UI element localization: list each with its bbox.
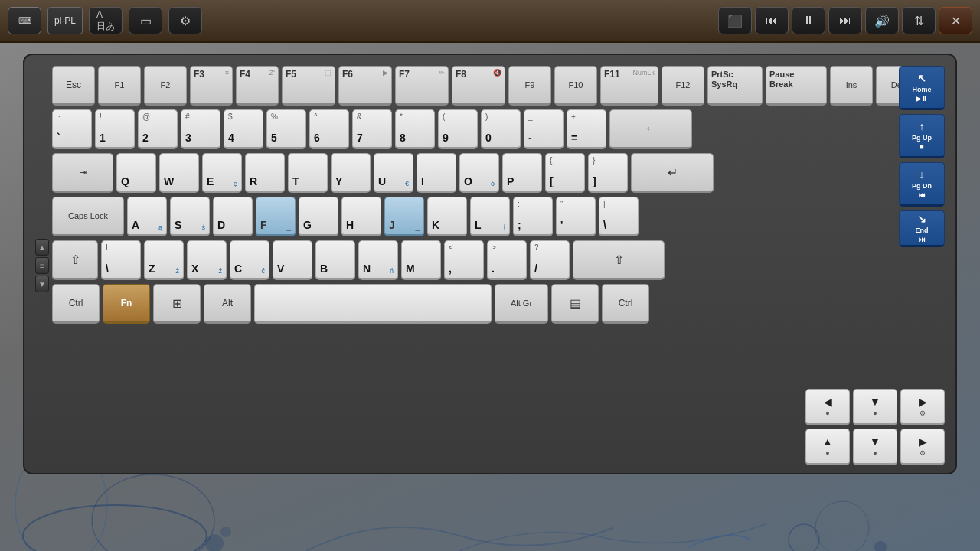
key-esc[interactable]: Esc	[52, 66, 95, 106]
key-y[interactable]: Y	[331, 153, 371, 193]
close-button[interactable]: ✕	[939, 7, 972, 34]
key-ins[interactable]: Ins	[830, 66, 873, 106]
key-lalt[interactable]: Alt	[204, 284, 251, 324]
key-6[interactable]: ^ 6	[309, 109, 349, 149]
key-4[interactable]: $ 4	[224, 109, 263, 149]
key-a[interactable]: A ą	[127, 197, 167, 236]
key-0[interactable]: ) 0	[481, 109, 521, 149]
language-button[interactable]: pl-PL	[47, 7, 83, 34]
key-rshift[interactable]: ⇧	[573, 240, 665, 280]
key-fn[interactable]: Fn	[103, 284, 150, 324]
key-7[interactable]: & 7	[352, 109, 392, 149]
key-p[interactable]: P	[502, 153, 542, 193]
key-f2[interactable]: F2	[144, 66, 187, 106]
settings-button[interactable]: ⚙	[168, 7, 202, 34]
key-home[interactable]: ↖ Home ▶⏸	[899, 66, 945, 110]
key-backslash[interactable]: | \	[599, 197, 639, 236]
key-n[interactable]: N ń	[358, 240, 398, 280]
key-rctrl[interactable]: Ctrl	[602, 284, 649, 324]
volume-button[interactable]: 🔊	[865, 7, 899, 34]
key-semicolon[interactable]: : ;	[513, 197, 553, 236]
key-j[interactable]: J _	[384, 197, 424, 236]
key-lbracket[interactable]: { [	[545, 153, 585, 193]
key-equals[interactable]: + =	[567, 109, 606, 149]
key-altgr[interactable]: Alt Gr	[495, 284, 548, 324]
key-x[interactable]: X ź	[187, 240, 227, 280]
key-intl[interactable]: I \	[101, 240, 141, 280]
key-menu[interactable]: ▤	[551, 284, 599, 324]
key-backtick[interactable]: ~ `	[52, 109, 92, 149]
key-f3[interactable]: F3 ≡	[190, 66, 233, 106]
key-k[interactable]: K	[427, 197, 467, 236]
key-quote[interactable]: " '	[556, 197, 596, 236]
key-down-arrow[interactable]: ▼ ●	[853, 429, 897, 465]
key-l[interactable]: L ł	[470, 197, 510, 236]
key-end[interactable]: ↘ End ⏭	[899, 210, 945, 247]
rewind-button[interactable]: ⏮	[755, 7, 789, 34]
key-f7[interactable]: F7 ✏	[395, 66, 449, 106]
key-f4[interactable]: F4 Z'	[236, 66, 279, 106]
strip-down-button[interactable]: ▼	[35, 276, 49, 292]
key-c[interactable]: C ć	[230, 240, 270, 280]
key-w[interactable]: W	[159, 153, 199, 193]
key-f9[interactable]: F9	[508, 66, 551, 106]
key-tab[interactable]: ⇥	[52, 153, 113, 193]
key-g[interactable]: G	[299, 197, 338, 236]
key-5[interactable]: % 5	[266, 109, 306, 149]
forward-button[interactable]: ⏭	[828, 7, 862, 34]
key-f[interactable]: F _	[256, 197, 296, 236]
key-d[interactable]: D	[213, 197, 253, 236]
key-win[interactable]: ⊞	[153, 284, 201, 324]
key-extra-6[interactable]: ▶ ⚙	[900, 429, 945, 465]
key-space[interactable]	[254, 284, 492, 324]
key-period[interactable]: > .	[487, 240, 527, 280]
key-z[interactable]: Z ż	[144, 240, 184, 280]
key-f1[interactable]: F1	[98, 66, 141, 106]
key-v[interactable]: V	[273, 240, 312, 280]
key-prtsc[interactable]: PrtScSysRq	[707, 66, 763, 106]
expand-button[interactable]: ⇅	[902, 7, 936, 34]
strip-up-button[interactable]: ▲	[35, 239, 49, 256]
key-t[interactable]: T	[288, 153, 328, 193]
key-i[interactable]: I	[416, 153, 456, 193]
key-lctrl[interactable]: Ctrl	[52, 284, 100, 324]
char-map-button[interactable]: A日あ	[89, 7, 122, 34]
key-m[interactable]: M	[401, 240, 441, 280]
key-b[interactable]: B	[315, 240, 355, 280]
key-minus[interactable]: _ -	[524, 109, 564, 149]
key-f11[interactable]: F11 NumLk	[600, 66, 658, 106]
key-f5[interactable]: F5 ⬚	[282, 66, 335, 106]
record-button[interactable]: ⬛	[718, 7, 752, 34]
key-pause[interactable]: PauseBreak	[766, 66, 827, 106]
key-8[interactable]: * 8	[395, 109, 435, 149]
key-9[interactable]: ( 9	[438, 109, 478, 149]
key-slash[interactable]: ? /	[530, 240, 570, 280]
key-comma[interactable]: < ,	[444, 240, 484, 280]
key-e[interactable]: E ę	[202, 153, 242, 193]
key-pagedn[interactable]: ↓ Pg Dn ⏮	[899, 162, 945, 207]
key-h[interactable]: H	[341, 197, 381, 236]
key-f12[interactable]: F12	[662, 66, 704, 106]
key-q[interactable]: Q	[116, 153, 156, 193]
key-rbracket[interactable]: } ]	[588, 153, 628, 193]
key-capslock[interactable]: Caps Lock	[52, 197, 124, 236]
key-s[interactable]: S ś	[170, 197, 210, 236]
key-f8[interactable]: F8 🔇	[452, 66, 505, 106]
key-lshift[interactable]: ⇧	[52, 240, 98, 280]
key-extra-2[interactable]: ▼ ●	[853, 389, 897, 425]
key-u[interactable]: U €	[374, 153, 413, 193]
key-1[interactable]: ! 1	[95, 109, 135, 149]
key-f6[interactable]: F6 ▶	[338, 66, 392, 106]
key-f10[interactable]: F10	[554, 66, 597, 106]
display-button[interactable]: ▭	[129, 7, 162, 34]
key-2[interactable]: @ 2	[138, 109, 178, 149]
playpause-button[interactable]: ⏸	[792, 7, 825, 34]
key-enter[interactable]: ↵	[631, 153, 714, 193]
key-o[interactable]: O ó	[459, 153, 499, 193]
key-up-arrow[interactable]: ▲ ●	[805, 429, 850, 465]
keyboard-button[interactable]: ⌨	[8, 7, 41, 34]
key-extra-1[interactable]: ◀ ●	[805, 389, 850, 425]
key-pageup[interactable]: ↑ Pg Up ■	[899, 114, 945, 158]
key-3[interactable]: # 3	[181, 109, 220, 149]
key-backspace[interactable]: ←	[609, 109, 692, 149]
